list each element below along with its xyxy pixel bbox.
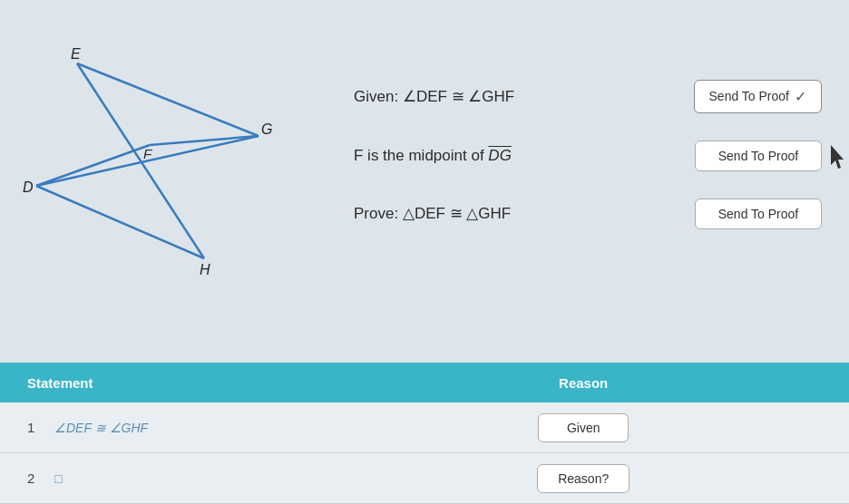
send-to-proof-label-2: Send To Proof — [718, 149, 798, 163]
row-1-reason-area: Given — [345, 413, 822, 442]
row-number-1: 1 — [27, 420, 44, 435]
table-body: 1 ∠DEF ≅ ∠GHF Given 2 □ Reason — [0, 402, 849, 504]
cursor-arrow — [831, 145, 849, 172]
main-container: E F G D H Given: ∠DEF ≅ ∠GHF Send To Pro… — [0, 0, 849, 504]
statements-area: Given: ∠DEF ≅ ∠GHF Send To Proof ✓ F is … — [327, 18, 822, 281]
label-D: D — [23, 179, 34, 195]
svg-line-2 — [36, 186, 204, 258]
svg-line-1 — [77, 63, 204, 258]
svg-line-5 — [36, 145, 150, 186]
given-reason-label: Given — [567, 421, 600, 435]
table-row: 2 □ Reason? — [0, 453, 849, 504]
prove-text: Prove: △DEF ≅ △GHF — [354, 204, 677, 223]
reason-question-label: Reason? — [558, 471, 609, 486]
prove-row: Prove: △DEF ≅ △GHF Send To Proof — [354, 199, 822, 229]
label-E: E — [71, 46, 81, 62]
svg-marker-6 — [831, 145, 844, 169]
given2-label: F is the midpoint of — [354, 147, 484, 164]
row-2-placeholder: □ — [54, 471, 62, 486]
given1-label: Given: — [354, 88, 398, 105]
send-to-proof-label-1: Send To Proof — [709, 89, 789, 103]
given1-row: Given: ∠DEF ≅ ∠GHF Send To Proof ✓ — [354, 80, 822, 113]
label-H: H — [200, 262, 210, 277]
prove-label: Prove: — [354, 205, 398, 222]
send-to-proof-label-3: Send To Proof — [718, 207, 798, 221]
top-section: E F G D H Given: ∠DEF ≅ ∠GHF Send To Pro… — [0, 0, 849, 290]
send-to-proof-btn-1[interactable]: Send To Proof ✓ — [694, 80, 822, 113]
geometry-diagram: E F G D H — [9, 18, 317, 281]
given2-row: F is the midpoint of DG Send To Proof — [354, 141, 822, 171]
col-statement-header: Statement — [27, 375, 345, 391]
reason-question-btn[interactable]: Reason? — [537, 464, 629, 493]
label-G: G — [261, 121, 272, 137]
send-to-proof-btn-2[interactable]: Send To Proof — [695, 141, 822, 171]
col-reason-header: Reason — [345, 375, 822, 391]
diagram-area: E F G D H — [9, 18, 327, 281]
given-reason-btn[interactable]: Given — [538, 413, 629, 442]
table-header: Statement Reason — [0, 363, 849, 402]
row-number-2: 2 — [27, 470, 44, 486]
table-section: Statement Reason 1 ∠DEF ≅ ∠GHF Given 2 — [0, 363, 849, 504]
svg-line-0 — [77, 63, 259, 136]
checkmark-icon: ✓ — [795, 88, 806, 105]
label-F: F — [143, 146, 152, 161]
table-row: 1 ∠DEF ≅ ∠GHF Given — [0, 402, 849, 453]
row-1-statement: ∠DEF ≅ ∠GHF — [54, 421, 345, 435]
send-to-proof-btn-3[interactable]: Send To Proof — [695, 199, 822, 229]
given1-text: Given: ∠DEF ≅ ∠GHF — [354, 87, 676, 106]
row-2-statement: □ — [54, 471, 345, 486]
given2-math: DG — [488, 147, 512, 164]
prove-math: △DEF ≅ △GHF — [403, 205, 511, 222]
given1-math: ∠DEF ≅ ∠GHF — [403, 88, 514, 105]
given2-text: F is the midpoint of DG — [354, 147, 677, 165]
row-2-reason-area: Reason? — [345, 464, 822, 493]
